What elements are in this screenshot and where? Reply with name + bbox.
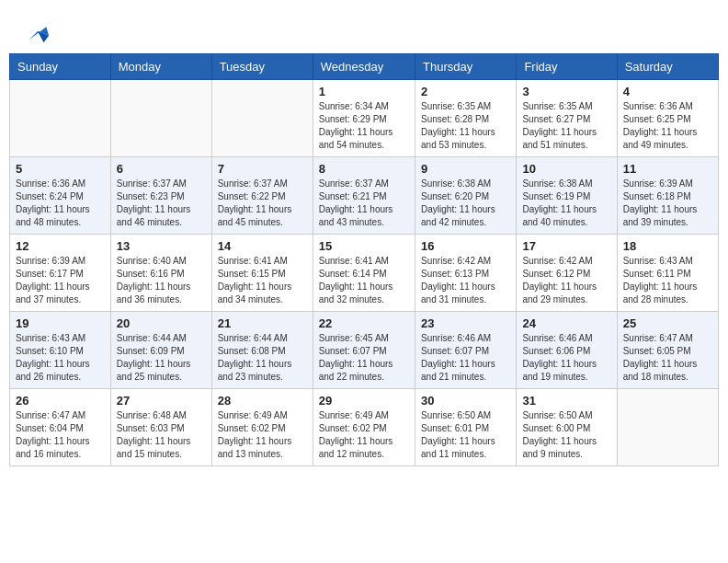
calendar-day-cell: 5Sunrise: 6:36 AM Sunset: 6:24 PM Daylig… bbox=[10, 157, 111, 235]
calendar-day-cell: 13Sunrise: 6:40 AM Sunset: 6:16 PM Dayli… bbox=[110, 235, 211, 312]
day-number: 2 bbox=[421, 85, 510, 98]
calendar-week-row: 5Sunrise: 6:36 AM Sunset: 6:24 PM Daylig… bbox=[10, 157, 719, 235]
day-number: 25 bbox=[623, 316, 712, 330]
calendar-day-cell: 18Sunrise: 6:43 AM Sunset: 6:11 PM Dayli… bbox=[617, 235, 718, 312]
day-number: 17 bbox=[522, 239, 610, 253]
calendar-day-cell: 1Sunrise: 6:34 AM Sunset: 6:29 PM Daylig… bbox=[313, 80, 415, 157]
calendar-day-cell: 6Sunrise: 6:37 AM Sunset: 6:23 PM Daylig… bbox=[110, 157, 211, 235]
day-info: Sunrise: 6:35 AM Sunset: 6:28 PM Dayligh… bbox=[421, 100, 510, 152]
day-number: 15 bbox=[319, 239, 409, 253]
calendar-day-cell: 10Sunrise: 6:38 AM Sunset: 6:19 PM Dayli… bbox=[517, 157, 617, 235]
day-info: Sunrise: 6:42 AM Sunset: 6:12 PM Dayligh… bbox=[522, 255, 610, 306]
calendar-day-cell: 14Sunrise: 6:41 AM Sunset: 6:15 PM Dayli… bbox=[211, 235, 313, 312]
day-number: 7 bbox=[218, 162, 307, 176]
calendar-day-cell bbox=[617, 389, 718, 466]
day-info: Sunrise: 6:39 AM Sunset: 6:17 PM Dayligh… bbox=[16, 255, 105, 306]
day-number: 22 bbox=[319, 316, 409, 330]
weekday-header-cell: Sunday bbox=[10, 54, 111, 80]
day-number: 23 bbox=[421, 316, 510, 330]
day-info: Sunrise: 6:38 AM Sunset: 6:19 PM Dayligh… bbox=[522, 178, 610, 229]
calendar-day-cell: 16Sunrise: 6:42 AM Sunset: 6:13 PM Dayli… bbox=[415, 235, 517, 312]
calendar-day-cell: 31Sunrise: 6:50 AM Sunset: 6:00 PM Dayli… bbox=[517, 389, 617, 466]
day-number: 5 bbox=[16, 162, 105, 176]
weekday-header-row: SundayMondayTuesdayWednesdayThursdayFrid… bbox=[10, 54, 719, 80]
calendar-day-cell: 21Sunrise: 6:44 AM Sunset: 6:08 PM Dayli… bbox=[211, 312, 313, 389]
calendar-day-cell bbox=[10, 80, 111, 157]
day-number: 28 bbox=[218, 394, 307, 408]
calendar-week-row: 19Sunrise: 6:43 AM Sunset: 6:10 PM Dayli… bbox=[10, 312, 719, 389]
day-number: 3 bbox=[522, 85, 610, 98]
weekday-header-cell: Wednesday bbox=[313, 54, 415, 80]
weekday-header-cell: Monday bbox=[110, 54, 211, 80]
day-info: Sunrise: 6:49 AM Sunset: 6:02 PM Dayligh… bbox=[218, 409, 307, 461]
calendar-week-row: 1Sunrise: 6:34 AM Sunset: 6:29 PM Daylig… bbox=[10, 80, 719, 157]
weekday-header-cell: Friday bbox=[517, 54, 617, 80]
day-number: 13 bbox=[117, 239, 206, 253]
day-info: Sunrise: 6:40 AM Sunset: 6:16 PM Dayligh… bbox=[117, 255, 206, 306]
calendar-day-cell: 17Sunrise: 6:42 AM Sunset: 6:12 PM Dayli… bbox=[517, 235, 617, 312]
day-number: 6 bbox=[117, 162, 206, 176]
weekday-header-cell: Saturday bbox=[617, 54, 718, 80]
calendar-day-cell: 20Sunrise: 6:44 AM Sunset: 6:09 PM Dayli… bbox=[110, 312, 211, 389]
day-info: Sunrise: 6:46 AM Sunset: 6:06 PM Dayligh… bbox=[522, 332, 610, 384]
day-info: Sunrise: 6:48 AM Sunset: 6:03 PM Dayligh… bbox=[117, 409, 206, 461]
calendar-day-cell: 7Sunrise: 6:37 AM Sunset: 6:22 PM Daylig… bbox=[211, 157, 313, 235]
day-info: Sunrise: 6:37 AM Sunset: 6:21 PM Dayligh… bbox=[319, 178, 409, 229]
day-number: 4 bbox=[623, 85, 712, 98]
day-info: Sunrise: 6:37 AM Sunset: 6:22 PM Dayligh… bbox=[218, 178, 307, 229]
day-number: 21 bbox=[218, 316, 307, 330]
calendar-week-row: 26Sunrise: 6:47 AM Sunset: 6:04 PM Dayli… bbox=[10, 389, 719, 466]
day-info: Sunrise: 6:36 AM Sunset: 6:25 PM Dayligh… bbox=[623, 100, 712, 152]
calendar-table: SundayMondayTuesdayWednesdayThursdayFrid… bbox=[9, 53, 719, 466]
day-info: Sunrise: 6:44 AM Sunset: 6:09 PM Dayligh… bbox=[117, 332, 206, 384]
day-number: 8 bbox=[319, 162, 409, 176]
day-info: Sunrise: 6:50 AM Sunset: 6:00 PM Dayligh… bbox=[522, 409, 610, 461]
day-number: 11 bbox=[623, 162, 712, 176]
calendar-day-cell: 28Sunrise: 6:49 AM Sunset: 6:02 PM Dayli… bbox=[211, 389, 313, 466]
day-number: 9 bbox=[421, 162, 510, 176]
day-number: 12 bbox=[16, 239, 105, 253]
calendar-day-cell: 8Sunrise: 6:37 AM Sunset: 6:21 PM Daylig… bbox=[313, 157, 415, 235]
day-number: 20 bbox=[117, 316, 206, 330]
day-info: Sunrise: 6:46 AM Sunset: 6:07 PM Dayligh… bbox=[421, 332, 510, 384]
calendar-day-cell: 29Sunrise: 6:49 AM Sunset: 6:02 PM Dayli… bbox=[313, 389, 415, 466]
calendar-day-cell: 23Sunrise: 6:46 AM Sunset: 6:07 PM Dayli… bbox=[415, 312, 517, 389]
day-info: Sunrise: 6:43 AM Sunset: 6:11 PM Dayligh… bbox=[623, 255, 712, 306]
calendar-day-cell: 24Sunrise: 6:46 AM Sunset: 6:06 PM Dayli… bbox=[517, 312, 617, 389]
day-info: Sunrise: 6:43 AM Sunset: 6:10 PM Dayligh… bbox=[16, 332, 105, 384]
calendar-day-cell: 25Sunrise: 6:47 AM Sunset: 6:05 PM Dayli… bbox=[617, 312, 718, 389]
day-number: 26 bbox=[16, 394, 105, 408]
day-info: Sunrise: 6:37 AM Sunset: 6:23 PM Dayligh… bbox=[117, 178, 206, 229]
day-info: Sunrise: 6:47 AM Sunset: 6:05 PM Dayligh… bbox=[623, 332, 712, 384]
day-info: Sunrise: 6:47 AM Sunset: 6:04 PM Dayligh… bbox=[16, 409, 105, 461]
day-info: Sunrise: 6:35 AM Sunset: 6:27 PM Dayligh… bbox=[522, 100, 610, 152]
page-header bbox=[9, 9, 719, 49]
day-info: Sunrise: 6:42 AM Sunset: 6:13 PM Dayligh… bbox=[421, 255, 510, 306]
calendar-day-cell: 26Sunrise: 6:47 AM Sunset: 6:04 PM Dayli… bbox=[10, 389, 111, 466]
day-number: 14 bbox=[218, 239, 307, 253]
day-info: Sunrise: 6:34 AM Sunset: 6:29 PM Dayligh… bbox=[319, 100, 409, 152]
day-info: Sunrise: 6:41 AM Sunset: 6:14 PM Dayligh… bbox=[319, 255, 409, 306]
day-info: Sunrise: 6:39 AM Sunset: 6:18 PM Dayligh… bbox=[623, 178, 712, 229]
day-info: Sunrise: 6:45 AM Sunset: 6:07 PM Dayligh… bbox=[319, 332, 409, 384]
calendar-day-cell: 27Sunrise: 6:48 AM Sunset: 6:03 PM Dayli… bbox=[110, 389, 211, 466]
calendar-day-cell bbox=[110, 80, 211, 157]
day-info: Sunrise: 6:36 AM Sunset: 6:24 PM Dayligh… bbox=[16, 178, 105, 229]
day-number: 27 bbox=[117, 394, 206, 408]
day-number: 19 bbox=[16, 316, 105, 330]
day-number: 30 bbox=[421, 394, 510, 408]
calendar-day-cell: 30Sunrise: 6:50 AM Sunset: 6:01 PM Dayli… bbox=[415, 389, 517, 466]
calendar-day-cell: 9Sunrise: 6:38 AM Sunset: 6:20 PM Daylig… bbox=[415, 157, 517, 235]
day-number: 10 bbox=[522, 162, 610, 176]
calendar-body: 1Sunrise: 6:34 AM Sunset: 6:29 PM Daylig… bbox=[10, 80, 719, 466]
calendar-day-cell: 2Sunrise: 6:35 AM Sunset: 6:28 PM Daylig… bbox=[415, 80, 517, 157]
logo bbox=[23, 18, 51, 44]
calendar-day-cell: 3Sunrise: 6:35 AM Sunset: 6:27 PM Daylig… bbox=[517, 80, 617, 157]
day-info: Sunrise: 6:41 AM Sunset: 6:15 PM Dayligh… bbox=[218, 255, 307, 306]
day-number: 31 bbox=[522, 394, 610, 408]
calendar-day-cell: 12Sunrise: 6:39 AM Sunset: 6:17 PM Dayli… bbox=[10, 235, 111, 312]
logo-icon bbox=[25, 18, 51, 44]
calendar-day-cell: 15Sunrise: 6:41 AM Sunset: 6:14 PM Dayli… bbox=[313, 235, 415, 312]
calendar-day-cell bbox=[211, 80, 313, 157]
day-info: Sunrise: 6:50 AM Sunset: 6:01 PM Dayligh… bbox=[421, 409, 510, 461]
